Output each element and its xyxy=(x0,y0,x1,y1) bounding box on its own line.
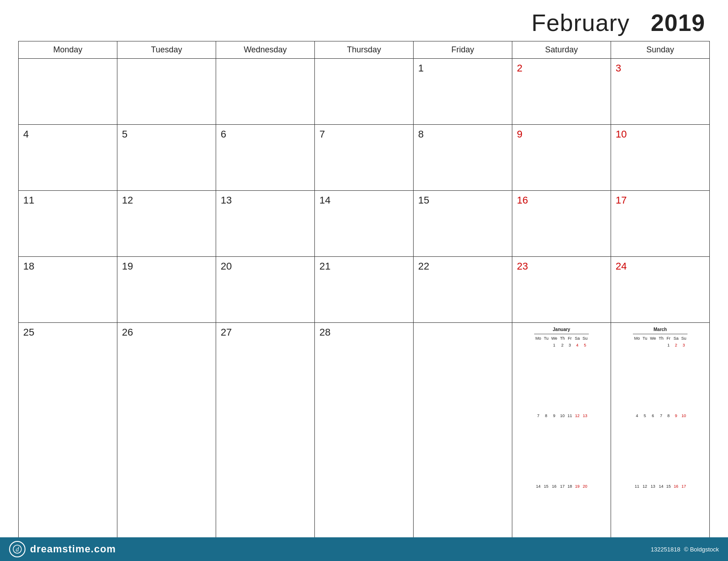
mini-cal-title: January xyxy=(534,326,589,333)
calendar-cell xyxy=(19,59,117,125)
mini-cal-header: Th xyxy=(657,335,665,342)
calendar-cell xyxy=(315,59,414,125)
mini-cal-day: 5 xyxy=(581,342,589,413)
mini-cal-day: 4 xyxy=(633,413,642,483)
mini-cal-day: 6 xyxy=(648,413,657,483)
calendar-cell: 5 xyxy=(117,125,216,191)
mini-cal-day: 5 xyxy=(641,413,648,483)
day-number: 14 xyxy=(319,194,330,206)
day-number: 19 xyxy=(122,260,133,272)
day-number: 10 xyxy=(616,128,627,140)
mini-cal-day: 7 xyxy=(534,413,543,483)
copyright: © Boldgstock xyxy=(684,546,719,553)
day-number: 23 xyxy=(517,260,528,272)
calendar-cell: 9 xyxy=(512,125,611,191)
mini-cal-day: 11 xyxy=(566,413,573,483)
calendar-cell: 27 xyxy=(216,323,315,561)
day-number: 16 xyxy=(517,194,528,206)
day-number: 20 xyxy=(221,260,232,272)
day-number: 25 xyxy=(23,326,34,338)
mini-cal-day: 2 xyxy=(672,342,680,413)
mini-cal-day: 12 xyxy=(573,413,581,483)
calendar-cell: 8 xyxy=(414,125,512,191)
weekday-header: Monday xyxy=(19,41,117,59)
day-number: 2 xyxy=(517,62,522,74)
calendar-cell: 11 xyxy=(19,191,117,257)
calendar-cell: 13 xyxy=(216,191,315,257)
year-label: 2019 xyxy=(651,10,705,36)
calendar-table: MondayTuesdayWednesdayThursdayFridaySatu… xyxy=(18,41,710,561)
calendar-body: 1234567891011121314151617181920212223242… xyxy=(19,59,710,561)
mini-cal-header: Sa xyxy=(573,335,581,342)
calendar-cell: 18 xyxy=(19,257,117,323)
calendar-cell: 24 xyxy=(611,257,710,323)
footer-right: 132251818 © Boldgstock xyxy=(651,546,719,553)
mini-cal-title: March xyxy=(633,326,688,333)
day-number: 17 xyxy=(616,194,627,206)
calendar-cell xyxy=(216,59,315,125)
day-number: 27 xyxy=(221,326,232,338)
day-number: 5 xyxy=(122,128,127,140)
mini-cal-day: 8 xyxy=(542,413,550,483)
day-number: 21 xyxy=(319,260,330,272)
calendar-week-row: 45678910 xyxy=(19,125,710,191)
mini-cal-day: 3 xyxy=(680,342,688,413)
calendar-cell: 22 xyxy=(414,257,512,323)
month-title: February 2019 xyxy=(18,9,710,41)
calendar-cell: 26 xyxy=(117,323,216,561)
calendar-cell: 19 xyxy=(117,257,216,323)
mini-cal-day xyxy=(641,342,648,413)
mini-cal-day: 10 xyxy=(680,413,688,483)
mini-cal-day xyxy=(633,342,642,413)
calendar-cell: 2 xyxy=(512,59,611,125)
day-number: 6 xyxy=(221,128,226,140)
calendar-cell: JanuaryMoTuWeThFrSaSu1234578910111213141… xyxy=(512,323,611,561)
mini-cal-day: 13 xyxy=(581,413,589,483)
mini-cal-day: 2 xyxy=(559,342,566,413)
calendar-cell: 1 xyxy=(414,59,512,125)
calendar-cell: MarchMoTuWeThFrSaSu123456789101112131415… xyxy=(611,323,710,561)
calendar-cell: 23 xyxy=(512,257,611,323)
calendar-cell: 16 xyxy=(512,191,611,257)
mini-cal-day: 8 xyxy=(665,413,672,483)
day-number: 28 xyxy=(319,326,330,338)
calendar-cell: 21 xyxy=(315,257,414,323)
mini-cal-day: 1 xyxy=(550,342,558,413)
calendar-cell: 28 xyxy=(315,323,414,561)
mini-cal-header: Fr xyxy=(665,335,672,342)
mini-cal-container: MarchMoTuWeThFrSaSu123456789101112131415… xyxy=(614,326,707,561)
calendar-cell: 17 xyxy=(611,191,710,257)
day-number: 12 xyxy=(122,194,133,206)
mini-cal-day: 1 xyxy=(665,342,672,413)
weekday-header-row: MondayTuesdayWednesdayThursdayFridaySatu… xyxy=(19,41,710,59)
mini-cal-day xyxy=(648,342,657,413)
weekday-header: Thursday xyxy=(315,41,414,59)
calendar-week-row: 123 xyxy=(19,59,710,125)
calendar-cell: 4 xyxy=(19,125,117,191)
mini-cal-header: We xyxy=(648,335,657,342)
mini-cal-header: Mo xyxy=(633,335,642,342)
mini-calendar: JanuaryMoTuWeThFrSaSu1234578910111213141… xyxy=(534,326,589,561)
mini-calendar: MarchMoTuWeThFrSaSu123456789101112131415… xyxy=(633,326,688,561)
month-label: February xyxy=(531,10,630,36)
calendar-week-row: 25262728JanuaryMoTuWeThFrSaSu12345789101… xyxy=(19,323,710,561)
mini-cal-day: 3 xyxy=(566,342,573,413)
mini-cal-day: 7 xyxy=(657,413,665,483)
day-number: 24 xyxy=(616,260,627,272)
calendar-cell: 15 xyxy=(414,191,512,257)
mini-cal-header: Tu xyxy=(542,335,550,342)
day-number: 3 xyxy=(616,62,621,74)
mini-cal-day: 4 xyxy=(573,342,581,413)
day-number: 26 xyxy=(122,326,133,338)
calendar-cell: 12 xyxy=(117,191,216,257)
day-number: 4 xyxy=(23,128,29,140)
mini-cal-header: Th xyxy=(559,335,566,342)
calendar-cell: 3 xyxy=(611,59,710,125)
mini-cal-day xyxy=(534,342,543,413)
day-number: 1 xyxy=(418,62,424,74)
mini-cal-day: 9 xyxy=(550,413,558,483)
day-number: 8 xyxy=(418,128,424,140)
calendar-cell: 25 xyxy=(19,323,117,561)
calendar-week-row: 11121314151617 xyxy=(19,191,710,257)
mini-cal-day xyxy=(657,342,665,413)
